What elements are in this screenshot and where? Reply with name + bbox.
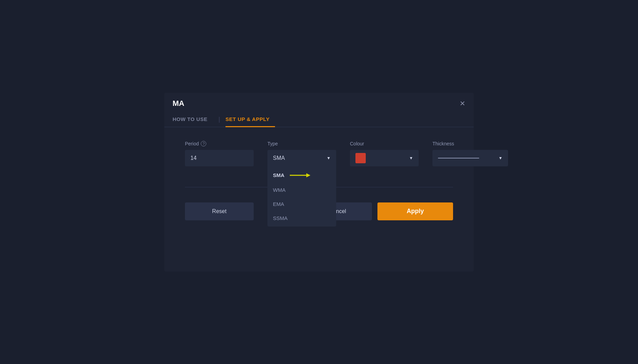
- type-option-ssma[interactable]: SSMA: [267, 211, 336, 225]
- type-dropdown[interactable]: SMA ▼: [267, 150, 336, 166]
- thickness-label: Thickness: [432, 141, 508, 146]
- tabs-container: HOW TO USE | SET UP & APPLY: [164, 112, 474, 127]
- type-label: Type: [267, 141, 336, 146]
- sma-arrow-icon: [290, 172, 310, 179]
- colour-label: Colour: [350, 141, 419, 146]
- colour-dropdown-wrapper: ▼: [350, 150, 419, 166]
- thickness-field-group: Thickness ▼: [432, 141, 508, 166]
- type-dropdown-list: SMA WMA EMA: [267, 166, 336, 227]
- svg-marker-1: [306, 173, 310, 177]
- type-field-group: Type SMA ▼ SMA: [267, 141, 336, 166]
- type-selected-value: SMA: [273, 155, 285, 161]
- colour-dropdown[interactable]: ▼: [350, 150, 419, 166]
- thickness-dropdown-wrapper: ▼: [432, 150, 508, 166]
- modal-container: MA ✕ HOW TO USE | SET UP & APPLY Period …: [164, 93, 474, 272]
- thickness-dropdown[interactable]: ▼: [432, 150, 508, 166]
- reset-button[interactable]: Reset: [185, 202, 254, 220]
- type-dropdown-wrapper: SMA ▼ SMA: [267, 150, 336, 166]
- tab-set-up-apply[interactable]: SET UP & APPLY: [226, 112, 275, 127]
- modal-body: Period ? Type SMA ▼ SMA: [164, 127, 474, 202]
- period-label: Period ?: [185, 141, 254, 146]
- type-option-ema[interactable]: EMA: [267, 197, 336, 211]
- period-input[interactable]: [185, 150, 254, 166]
- tab-divider: |: [218, 116, 220, 123]
- apply-button[interactable]: Apply: [377, 202, 453, 220]
- colour-dropdown-arrow-icon: ▼: [409, 156, 413, 161]
- modal-title: MA: [173, 99, 184, 108]
- period-field-group: Period ?: [185, 141, 254, 166]
- type-option-sma[interactable]: SMA: [267, 168, 336, 183]
- thickness-line-icon: [438, 158, 479, 158]
- fields-row: Period ? Type SMA ▼ SMA: [185, 141, 453, 166]
- colour-field-group: Colour ▼: [350, 141, 419, 166]
- type-option-wma[interactable]: WMA: [267, 183, 336, 197]
- thickness-dropdown-arrow-icon: ▼: [498, 156, 503, 161]
- period-help-icon[interactable]: ?: [201, 141, 206, 146]
- tab-how-to-use[interactable]: HOW TO USE: [173, 112, 213, 127]
- type-dropdown-arrow-icon: ▼: [327, 156, 331, 161]
- close-button[interactable]: ✕: [460, 100, 465, 107]
- colour-swatch: [355, 153, 366, 163]
- modal-header: MA ✕: [164, 93, 474, 108]
